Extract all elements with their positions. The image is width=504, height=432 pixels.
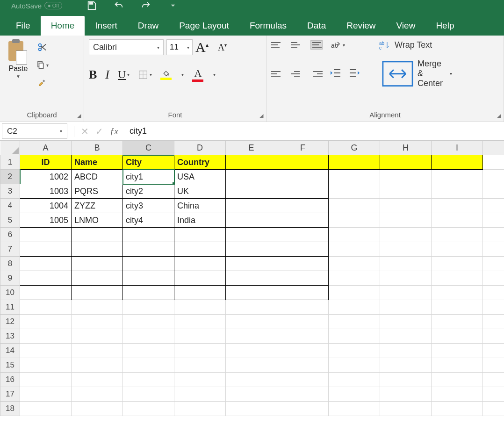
- cell[interactable]: [432, 199, 483, 213]
- cell[interactable]: [226, 373, 277, 387]
- cell[interactable]: [123, 373, 174, 387]
- cell[interactable]: [174, 228, 226, 242]
- cell[interactable]: [20, 315, 72, 329]
- cell[interactable]: [329, 228, 380, 242]
- spreadsheet-grid[interactable]: ABCDEFGHI 1IDNameCityCountry21002ABCDcit…: [0, 141, 504, 416]
- cell[interactable]: [123, 329, 174, 344]
- underline-button[interactable]: U▾: [118, 68, 130, 81]
- cell[interactable]: [174, 402, 226, 416]
- italic-button[interactable]: I: [105, 68, 109, 82]
- cell[interactable]: [432, 170, 483, 184]
- tab-file[interactable]: File: [6, 16, 41, 36]
- cell[interactable]: [380, 242, 432, 257]
- cell[interactable]: [20, 329, 72, 344]
- cell[interactable]: [277, 402, 329, 416]
- cell[interactable]: 1005: [20, 213, 72, 228]
- cell[interactable]: [226, 402, 277, 416]
- cut-button[interactable]: [36, 41, 49, 53]
- copy-button[interactable]: ▾: [36, 59, 49, 71]
- cell[interactable]: [380, 373, 432, 387]
- cell[interactable]: [277, 271, 329, 286]
- cell[interactable]: [174, 300, 226, 315]
- cell[interactable]: [277, 329, 329, 344]
- cell[interactable]: [123, 257, 174, 271]
- align-left-button[interactable]: [271, 69, 283, 79]
- cell[interactable]: [329, 373, 380, 387]
- autosave-toggle[interactable]: AutoSave ● Off: [11, 2, 62, 10]
- cell[interactable]: [20, 300, 72, 315]
- row-header-9[interactable]: 9: [0, 271, 20, 286]
- cell[interactable]: Name: [72, 155, 123, 170]
- row-header-1[interactable]: 1: [0, 155, 20, 170]
- cell[interactable]: [432, 286, 483, 300]
- increase-font-size-button[interactable]: A▴: [195, 39, 209, 55]
- cell[interactable]: [72, 300, 123, 315]
- cell[interactable]: [329, 329, 380, 344]
- cell[interactable]: [329, 402, 380, 416]
- cell[interactable]: [226, 242, 277, 257]
- row-header-7[interactable]: 7: [0, 242, 20, 257]
- cell[interactable]: [329, 257, 380, 271]
- cell[interactable]: [329, 315, 380, 329]
- cell[interactable]: [277, 242, 329, 257]
- cell[interactable]: ABCD: [72, 170, 123, 184]
- cell[interactable]: [123, 242, 174, 257]
- insert-function-button[interactable]: ƒx: [110, 126, 118, 137]
- cell[interactable]: [432, 402, 483, 416]
- cell[interactable]: [277, 257, 329, 271]
- cell[interactable]: [72, 271, 123, 286]
- cell[interactable]: [432, 315, 483, 329]
- cell[interactable]: [432, 257, 483, 271]
- align-center-button[interactable]: [291, 69, 303, 79]
- orientation-button[interactable]: ab▾: [330, 39, 345, 50]
- cell[interactable]: [174, 286, 226, 300]
- font-color-button[interactable]: A: [192, 67, 203, 82]
- undo-icon[interactable]: [114, 0, 124, 11]
- cell[interactable]: city4: [123, 213, 174, 228]
- select-all-button[interactable]: [0, 141, 20, 155]
- cell[interactable]: [380, 199, 432, 213]
- cell[interactable]: [123, 300, 174, 315]
- cell[interactable]: [380, 170, 432, 184]
- cancel-formula-button[interactable]: ✕: [81, 126, 89, 137]
- row-header-14[interactable]: 14: [0, 344, 20, 358]
- cell[interactable]: [72, 329, 123, 344]
- cell[interactable]: [380, 184, 432, 199]
- column-header-H[interactable]: H: [380, 141, 432, 155]
- cell[interactable]: [72, 358, 123, 373]
- row-header-3[interactable]: 3: [0, 184, 20, 199]
- cell[interactable]: [226, 228, 277, 242]
- cell[interactable]: [174, 387, 226, 402]
- align-bottom-button[interactable]: [310, 40, 323, 50]
- row-header-11[interactable]: 11: [0, 300, 20, 315]
- cell[interactable]: [432, 373, 483, 387]
- row-header-10[interactable]: 10: [0, 286, 20, 300]
- cell[interactable]: [277, 373, 329, 387]
- cell[interactable]: [432, 358, 483, 373]
- cell[interactable]: [277, 286, 329, 300]
- cell[interactable]: [329, 344, 380, 358]
- cell[interactable]: [226, 257, 277, 271]
- tab-review[interactable]: Review: [336, 16, 386, 36]
- cell[interactable]: 1004: [20, 199, 72, 213]
- cell[interactable]: [20, 387, 72, 402]
- tab-draw[interactable]: Draw: [128, 16, 169, 36]
- row-header-12[interactable]: 12: [0, 315, 20, 329]
- cell[interactable]: [329, 155, 380, 170]
- column-header-G[interactable]: G: [329, 141, 380, 155]
- cell[interactable]: [329, 184, 380, 199]
- format-painter-button[interactable]: [36, 77, 49, 89]
- cell[interactable]: [329, 358, 380, 373]
- column-header-D[interactable]: D: [174, 141, 226, 155]
- row-header-8[interactable]: 8: [0, 257, 20, 271]
- cell[interactable]: ID: [20, 155, 72, 170]
- column-header-I[interactable]: I: [432, 141, 483, 155]
- bold-button[interactable]: B: [89, 68, 97, 82]
- column-header-B[interactable]: B: [72, 141, 123, 155]
- column-header-E[interactable]: E: [226, 141, 277, 155]
- cell[interactable]: [329, 286, 380, 300]
- cell[interactable]: 1002: [20, 170, 72, 184]
- cell[interactable]: [72, 387, 123, 402]
- cell[interactable]: [277, 184, 329, 199]
- decrease-indent-button[interactable]: [330, 69, 341, 79]
